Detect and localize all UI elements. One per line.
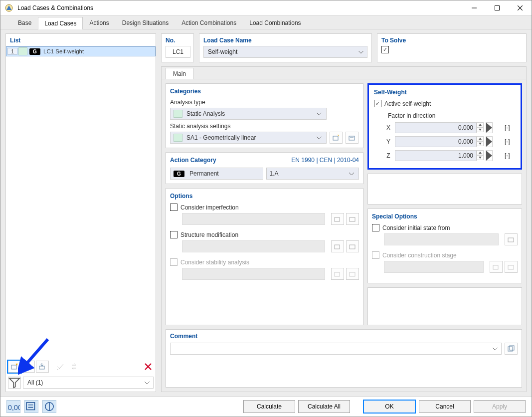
maximize-button[interactable] xyxy=(486,0,509,15)
initial-state-label: Consider initial state from xyxy=(382,224,450,231)
calculate-button[interactable]: Calculate xyxy=(243,400,295,413)
main-panel: Main Categories Analysis type Static Ana… xyxy=(161,66,527,392)
viewer-button[interactable] xyxy=(24,400,38,413)
imperfection-checkbox[interactable]: Consider imperfection xyxy=(170,204,359,211)
close-button[interactable] xyxy=(509,0,532,15)
structure-new-button[interactable] xyxy=(331,240,344,252)
factor-row-x: X 0.000 xyxy=(384,122,516,133)
factor-y-menu-button[interactable] xyxy=(486,136,493,147)
filter-icon[interactable] xyxy=(8,377,21,389)
factor-z-menu-button[interactable] xyxy=(486,150,493,161)
new-settings-button[interactable] xyxy=(330,132,343,144)
units-button[interactable]: 0,00 xyxy=(6,400,20,413)
copy-item-button[interactable] xyxy=(22,361,35,373)
active-self-weight-label: Active self-weight xyxy=(384,100,431,107)
factor-y-spinner[interactable] xyxy=(477,136,484,146)
factor-row-y: Y 0.000 xyxy=(384,136,516,147)
svg-rect-8 xyxy=(335,217,340,221)
chevron-down-icon xyxy=(357,48,365,56)
list-title: List xyxy=(6,34,156,46)
help-button[interactable] xyxy=(42,400,56,413)
swap-button[interactable] xyxy=(68,361,81,373)
list-item[interactable]: 1 G LC1 Self-weight xyxy=(6,46,156,56)
delete-item-button[interactable] xyxy=(143,362,154,372)
initial-state-field[interactable] xyxy=(384,233,499,245)
imperfection-new-button[interactable] xyxy=(331,213,344,225)
axis-label: X xyxy=(384,124,393,131)
factor-y-input[interactable]: 0.000 xyxy=(395,136,477,147)
chevron-down-icon xyxy=(143,379,151,387)
to-solve-checkbox[interactable] xyxy=(381,46,522,53)
tab-actions[interactable]: Actions xyxy=(83,16,115,29)
tab-main[interactable]: Main xyxy=(166,68,193,79)
svg-rect-2 xyxy=(11,365,16,369)
action-category-code: 1.A xyxy=(270,170,348,177)
calculate-all-button[interactable]: Calculate All xyxy=(298,400,350,413)
categories-title: Categories xyxy=(170,88,359,95)
imperfection-edit-button[interactable] xyxy=(346,213,359,225)
construction-stage-checkbox: Consider construction stage xyxy=(372,251,518,259)
structure-field[interactable] xyxy=(182,240,325,252)
options-title: Options xyxy=(170,193,359,200)
tab-action-combinations[interactable]: Action Combinations xyxy=(175,16,243,29)
apply-button[interactable]: Apply xyxy=(474,400,526,413)
cancel-button[interactable]: Cancel xyxy=(419,400,471,413)
chevron-down-icon xyxy=(315,110,323,118)
tab-load-combinations[interactable]: Load Combinations xyxy=(243,16,307,29)
ok-button[interactable]: OK xyxy=(363,400,416,414)
structure-checkbox[interactable]: Structure modification xyxy=(170,231,359,238)
solve-title: To Solve xyxy=(377,34,526,46)
stability-edit-button xyxy=(346,268,359,280)
name-select[interactable]: Self-weight xyxy=(203,46,367,58)
checkbox-icon xyxy=(372,224,379,231)
minimize-button[interactable] xyxy=(463,0,486,15)
edit-settings-button[interactable] xyxy=(346,132,358,144)
structure-label: Structure modification xyxy=(180,231,238,238)
footer-icons: 0,00 xyxy=(6,400,56,413)
tab-load-cases[interactable]: Load Cases xyxy=(38,17,83,29)
svg-rect-10 xyxy=(335,245,340,249)
tab-base[interactable]: Base xyxy=(11,16,38,29)
color-chip xyxy=(18,47,27,55)
initial-state-checkbox[interactable]: Consider initial state from xyxy=(372,224,518,231)
imperfection-field[interactable] xyxy=(182,213,325,225)
comment-field[interactable] xyxy=(170,343,502,355)
factor-z-spinner[interactable] xyxy=(477,150,484,160)
factor-x-input[interactable]: 0.000 xyxy=(395,122,477,133)
color-swatch xyxy=(174,110,182,118)
no-field[interactable]: LC1 xyxy=(166,46,190,58)
static-settings-label: Static analysis settings xyxy=(170,123,359,130)
factor-z-input[interactable]: 1.000 xyxy=(395,150,477,161)
action-category-code-select[interactable]: 1.A xyxy=(266,168,359,180)
svg-rect-13 xyxy=(350,272,355,276)
filter-select[interactable]: All (1) xyxy=(23,377,154,389)
factor-x-spinner[interactable] xyxy=(477,122,484,132)
static-settings-select[interactable]: SA1 - Geometrically linear xyxy=(170,132,327,144)
structure-edit-button[interactable] xyxy=(346,240,359,252)
svg-rect-17 xyxy=(508,347,513,351)
list-item-label: LC1 Self-weight xyxy=(43,48,84,54)
check-all-button[interactable] xyxy=(54,361,67,373)
name-panel: Load Case Name Self-weight xyxy=(199,33,372,62)
action-category-select[interactable]: G Permanent xyxy=(170,168,263,180)
tab-design-situations[interactable]: Design Situations xyxy=(116,16,175,29)
axis-label: Y xyxy=(384,138,393,145)
name-value: Self-weight xyxy=(208,48,357,55)
client-area: List 1 G LC1 Self-weight xyxy=(0,29,532,396)
solve-panel: To Solve xyxy=(377,33,527,62)
stability-checkbox: Consider stability analysis xyxy=(170,258,359,266)
svg-rect-3 xyxy=(25,364,29,368)
stability-field xyxy=(182,268,325,280)
spacer-section-2 xyxy=(367,287,522,325)
analysis-type-select[interactable]: Static Analysis xyxy=(170,108,327,120)
new-item-button[interactable] xyxy=(8,361,21,373)
insert-item-button[interactable] xyxy=(36,361,49,373)
special-options-title: Special Options xyxy=(372,213,518,220)
standard-label: EN 1990 | CEN | 2010-04 xyxy=(291,157,359,164)
active-self-weight-checkbox[interactable]: Active self-weight xyxy=(374,100,516,107)
chevron-down-icon xyxy=(315,134,323,142)
comment-edit-button[interactable] xyxy=(505,343,518,355)
initial-state-edit-button[interactable] xyxy=(505,233,518,245)
load-case-list[interactable]: 1 G LC1 Self-weight xyxy=(6,46,156,359)
factor-x-menu-button[interactable] xyxy=(486,122,493,133)
